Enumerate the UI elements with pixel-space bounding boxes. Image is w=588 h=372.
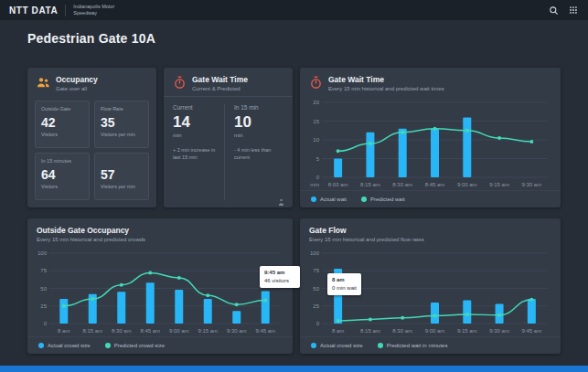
stat-label: Outside Gate bbox=[41, 106, 83, 112]
gate-flow-tooltip: 8 am 0 min wait bbox=[327, 273, 361, 295]
svg-text:8:15 am: 8:15 am bbox=[82, 328, 102, 334]
legend-item: Predicted wait in minutes bbox=[378, 343, 448, 348]
occupancy-chart-legend: Actual crowd size Predicted crowd size bbox=[27, 336, 293, 354]
svg-text:8:15 am: 8:15 am bbox=[360, 328, 380, 334]
svg-text:0: 0 bbox=[316, 175, 320, 180]
occupancy-title: Occupancy bbox=[56, 75, 98, 84]
apps-grid-icon[interactable] bbox=[567, 5, 579, 16]
svg-text:8 am: 8 am bbox=[332, 328, 344, 334]
stat-tile-flow-rate: Flow Rate 35 Visitors per min bbox=[94, 101, 149, 148]
wait-chart-subtitle: Every 15 min historical and predicted wa… bbox=[328, 86, 444, 91]
bottom-accent-bar bbox=[0, 366, 588, 372]
stat-tile-in-15-min-visitors: In 15 minutes 64 Visitors bbox=[35, 153, 90, 200]
legend-dot-actual bbox=[38, 343, 44, 348]
legend-label: Predicted crowd size bbox=[114, 343, 165, 348]
stat-label bbox=[101, 158, 143, 165]
svg-text:8:30 am: 8:30 am bbox=[112, 328, 132, 334]
legend-item: Actual wait bbox=[311, 197, 347, 202]
svg-text:9:15 am: 9:15 am bbox=[457, 328, 477, 334]
gate-flow-card: Gate Flow Every 15 min historical and pr… bbox=[300, 218, 561, 354]
svg-text:8:15 am: 8:15 am bbox=[360, 182, 380, 187]
legend-dot-actual bbox=[311, 343, 316, 348]
legend-dot-predicted bbox=[361, 197, 367, 202]
svg-text:9:45 am: 9:45 am bbox=[522, 328, 542, 334]
gate-wait-time-chart-card: Gate Wait Time Every 15 min historical a… bbox=[300, 68, 561, 207]
page-title: Pedestrian Gate 10A bbox=[27, 31, 155, 46]
wait-card-subtitle: Current & Predicted bbox=[192, 86, 248, 91]
stat-unit: Visitors per min bbox=[101, 132, 143, 137]
svg-text:9:00 am: 9:00 am bbox=[457, 182, 477, 187]
timer-icon bbox=[173, 76, 187, 90]
svg-text:25: 25 bbox=[313, 303, 319, 309]
stat-unit: Visitors bbox=[41, 184, 83, 189]
occupancy-chart-subtitle: Every 15 min historical and predicted cr… bbox=[37, 237, 145, 242]
legend-label: Predicted wait in minutes bbox=[387, 343, 448, 348]
occupancy-chart-tooltip: 9:45 am 46 visitors bbox=[260, 266, 300, 288]
gate-flow-legend: Actual crowd size Predicted wait in minu… bbox=[300, 336, 561, 354]
stat-unit: Visitors per min bbox=[101, 184, 143, 189]
stat-value: 35 bbox=[101, 115, 143, 130]
predicted-value: 10 bbox=[234, 113, 285, 132]
current-note: + 2 min increase in last 15 min bbox=[173, 146, 224, 162]
stat-tile-in-15-min-flow: 57 Visitors per min bbox=[94, 153, 149, 200]
svg-text:75: 75 bbox=[40, 268, 47, 273]
predicted-unit: min bbox=[234, 133, 285, 138]
person-icon bbox=[277, 194, 285, 202]
svg-text:8:30 am: 8:30 am bbox=[392, 182, 412, 187]
svg-text:9:45 am: 9:45 am bbox=[255, 328, 275, 334]
svg-text:9:15 am: 9:15 am bbox=[489, 182, 509, 187]
timer-icon bbox=[309, 76, 323, 90]
svg-text:20: 20 bbox=[313, 100, 319, 105]
current-unit: min bbox=[173, 133, 224, 138]
svg-text:9:00 am: 9:00 am bbox=[425, 328, 445, 334]
tooltip-text: 46 visitors bbox=[264, 277, 295, 285]
wait-time-chart[interactable]: 05101520min8:00 am8:15 am8:30 am8:45 am9… bbox=[304, 97, 553, 189]
svg-text:100: 100 bbox=[310, 250, 320, 256]
legend-label: Predicted wait bbox=[370, 197, 405, 202]
predicted-wait-block: In 15 min 10 min - 4 min less than curre… bbox=[224, 104, 285, 200]
legend-label: Actual crowd size bbox=[48, 343, 91, 348]
svg-text:0: 0 bbox=[316, 321, 320, 326]
stat-value: 42 bbox=[41, 115, 83, 130]
crowd-icon bbox=[37, 76, 50, 90]
svg-text:100: 100 bbox=[37, 250, 48, 256]
tooltip-title: 9:45 am bbox=[264, 269, 295, 277]
current-value: 14 bbox=[173, 113, 224, 132]
svg-text:9:30 am: 9:30 am bbox=[489, 328, 509, 334]
topbar: NTT DATA Indianapolis Motor Speedway bbox=[0, 0, 588, 20]
gate-flow-subtitle: Every 15 min historical and predicted fl… bbox=[309, 237, 424, 242]
legend-item: Predicted wait bbox=[361, 197, 405, 202]
occupancy-chart[interactable]: 02550751008 am8:15 am8:30 am8:45 am9:00 … bbox=[31, 248, 285, 335]
svg-text:75: 75 bbox=[313, 268, 319, 273]
svg-text:8:30 am: 8:30 am bbox=[392, 328, 412, 334]
org-line2: Speedway bbox=[73, 10, 97, 16]
svg-text:9:15 am: 9:15 am bbox=[198, 328, 218, 334]
current-label: Current bbox=[173, 104, 224, 111]
svg-text:9:30 am: 9:30 am bbox=[227, 328, 247, 334]
svg-text:50: 50 bbox=[313, 286, 319, 292]
svg-text:25: 25 bbox=[40, 303, 47, 309]
svg-text:50: 50 bbox=[40, 286, 47, 292]
outside-gate-occupancy-card: Outside Gate Occupancy Every 15 min hist… bbox=[27, 218, 293, 354]
gate-flow-title: Gate Flow bbox=[309, 226, 424, 235]
legend-item: Predicted crowd size bbox=[105, 343, 165, 348]
stat-label: Flow Rate bbox=[101, 106, 143, 112]
stat-value: 64 bbox=[41, 167, 83, 182]
svg-text:9:00 am: 9:00 am bbox=[169, 328, 189, 334]
wait-chart-title: Gate Wait Time bbox=[328, 75, 444, 84]
legend-dot-actual bbox=[311, 197, 316, 202]
svg-text:min: min bbox=[310, 182, 319, 187]
svg-text:5: 5 bbox=[316, 156, 320, 162]
legend-label: Actual wait bbox=[320, 197, 347, 202]
predicted-label: In 15 min bbox=[234, 104, 285, 111]
tooltip-text: 0 min wait bbox=[332, 284, 357, 292]
tooltip-title: 8 am bbox=[332, 276, 357, 284]
predicted-note: - 4 min less than current bbox=[234, 146, 285, 162]
legend-item: Actual crowd size bbox=[311, 343, 363, 348]
svg-text:8:00 am: 8:00 am bbox=[328, 182, 348, 187]
svg-text:8:45 am: 8:45 am bbox=[140, 328, 160, 334]
gate-wait-time-card: Gate Wait Time Current & Predicted Curre… bbox=[164, 68, 293, 207]
svg-text:8:45 am: 8:45 am bbox=[425, 182, 445, 187]
wait-chart-legend: Actual wait Predicted wait bbox=[300, 190, 561, 207]
search-icon[interactable] bbox=[548, 5, 560, 16]
